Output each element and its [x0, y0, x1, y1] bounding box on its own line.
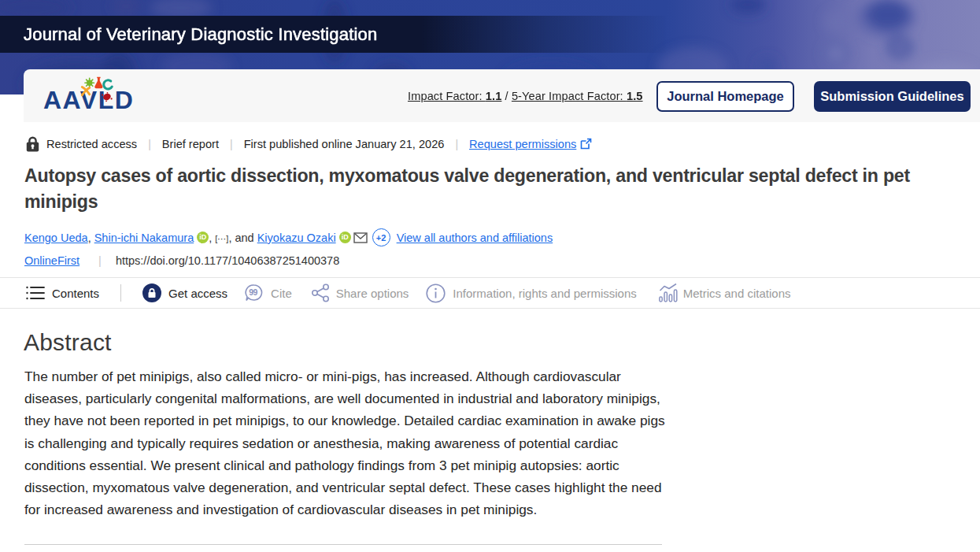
svg-text:99: 99: [249, 287, 257, 297]
